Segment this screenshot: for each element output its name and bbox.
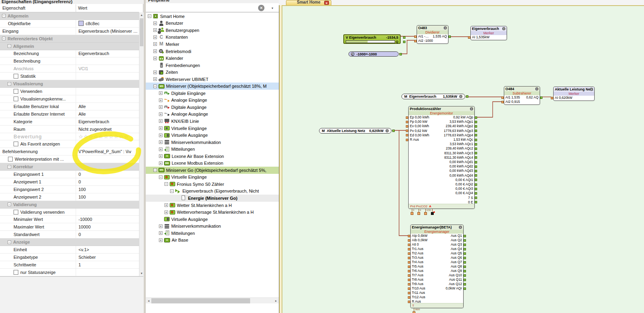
param-connector[interactable] xyxy=(413,311,415,313)
scroll-left-icon[interactable]: ◂ xyxy=(146,298,151,304)
tree-item[interactable]: Fernbedienungen xyxy=(146,62,279,69)
info-icon[interactable]: i xyxy=(386,129,389,132)
tree-item[interactable]: −Fronius Symo S0 Zähler xyxy=(146,181,279,188)
tree-item[interactable]: +Zeiten xyxy=(146,69,279,76)
wire[interactable] xyxy=(475,102,502,117)
input-connector[interactable] xyxy=(408,287,410,290)
property-row[interactable]: −Referenziertes Objekt xyxy=(0,35,139,43)
property-value[interactable]: 1 xyxy=(76,261,139,268)
expand-icon[interactable]: + xyxy=(159,91,162,95)
collapse-icon[interactable]: − xyxy=(8,44,11,48)
property-value[interactable]: c8c8ec xyxy=(76,20,139,27)
property-value[interactable] xyxy=(76,88,139,95)
output-connector[interactable] xyxy=(464,266,466,268)
property-row[interactable]: Einheit<v.1> xyxy=(0,246,139,254)
expand-icon[interactable]: + xyxy=(153,71,157,74)
collapse-icon[interactable]: − xyxy=(164,182,168,186)
output-connector[interactable] xyxy=(475,116,477,119)
tree-item[interactable]: +AAir Base xyxy=(146,237,279,244)
output-connector[interactable] xyxy=(403,36,405,39)
input-connector[interactable] xyxy=(414,40,417,42)
output-connector[interactable] xyxy=(464,239,466,242)
scroll-down-icon[interactable]: ▼ xyxy=(139,271,144,276)
output-connector[interactable] xyxy=(475,201,477,203)
info-icon[interactable]: i xyxy=(590,88,593,91)
property-value[interactable] xyxy=(76,209,139,216)
property-row[interactable]: EingangEigenverbrauch (Miniserver … xyxy=(0,28,139,35)
info-icon[interactable]: i xyxy=(502,27,505,30)
expand-icon[interactable]: + xyxy=(159,134,162,137)
output-connector[interactable] xyxy=(475,148,477,150)
tree-item[interactable]: −MSMiniserver Go (Objektspeicherbedarf g… xyxy=(146,167,279,174)
input-connector[interactable] xyxy=(406,130,408,132)
tree-item[interactable]: +Mitteilungen xyxy=(146,146,279,153)
tree-item[interactable]: +Digitale Ausgänge xyxy=(146,104,279,111)
output-connector[interactable] xyxy=(475,174,477,177)
scroll-up-icon[interactable]: ▲ xyxy=(139,12,144,18)
output-connector[interactable] xyxy=(475,165,477,168)
property-row[interactable]: Bewertung☆☆☆☆☆☆☆☆☆☆ xyxy=(0,133,139,141)
tree-item[interactable]: +Betriebsmodi xyxy=(146,48,279,55)
output-connector[interactable] xyxy=(475,130,477,132)
input-connector[interactable] xyxy=(408,279,410,281)
property-row[interactable]: Verwenden xyxy=(0,88,139,95)
property-row[interactable]: EingabetypeSchieber xyxy=(0,254,139,261)
property-row[interactable]: Statistik xyxy=(0,73,139,80)
output-connector[interactable] xyxy=(475,161,477,163)
collapse-icon[interactable]: − xyxy=(153,168,157,172)
property-value[interactable] xyxy=(76,140,139,148)
input-connector[interactable] xyxy=(408,292,410,294)
property-value[interactable]: Alle xyxy=(76,110,139,118)
property-value[interactable]: Eigenverbrauch xyxy=(76,50,139,57)
clear-search-icon[interactable]: ✕ xyxy=(258,5,264,11)
param-connector[interactable] xyxy=(424,212,427,215)
collapse-icon[interactable]: − xyxy=(153,85,157,88)
output-connector[interactable] xyxy=(464,235,466,237)
output-connector[interactable] xyxy=(475,121,477,123)
input-connector[interactable] xyxy=(408,266,410,268)
function-block[interactable]: O483iDividiererAI1 -…1,535 AQAI2 -1000 xyxy=(417,25,448,44)
property-value[interactable] xyxy=(76,73,139,80)
output-connector[interactable] xyxy=(464,279,466,281)
output-connector[interactable] xyxy=(475,170,477,172)
property-row[interactable]: nur Statusanzeige xyxy=(0,269,139,276)
output-connector[interactable] xyxy=(464,244,466,246)
checkbox[interactable] xyxy=(14,96,18,101)
property-row[interactable]: RaumNicht zugeordnet xyxy=(0,126,139,133)
wire[interactable] xyxy=(399,130,408,236)
property-value[interactable]: 0 xyxy=(76,171,139,178)
tree-item[interactable]: +Benutzer xyxy=(146,20,279,27)
output-connector[interactable] xyxy=(403,41,405,43)
property-row[interactable]: Eingangswert 2100 xyxy=(0,186,139,193)
expand-icon[interactable]: + xyxy=(159,148,162,151)
collapse-icon[interactable]: − xyxy=(8,165,11,169)
checkbox[interactable] xyxy=(14,270,18,275)
expand-icon[interactable]: + xyxy=(153,22,157,25)
collapse-icon[interactable]: − xyxy=(2,37,6,40)
expand-icon[interactable]: + xyxy=(159,126,162,130)
input-connector[interactable] xyxy=(408,244,410,246)
merker-reference-pill[interactable]: MEigenverbrauch1,535kWi xyxy=(401,94,465,99)
vertical-scrollbar[interactable]: ▲ ▼ xyxy=(139,12,143,276)
tree-item[interactable]: +CKonstanten xyxy=(146,34,279,41)
expand-icon[interactable]: + xyxy=(159,231,162,235)
output-connector[interactable] xyxy=(464,270,466,272)
info-icon[interactable]: i xyxy=(470,107,473,110)
property-row[interactable]: Erlaubte Benutzer InternetAlle xyxy=(0,110,139,118)
property-row[interactable]: KategorieEigenverbrauch xyxy=(0,118,139,126)
property-row[interactable]: Werteinterpretation mit ... xyxy=(0,156,139,163)
input-connector[interactable] xyxy=(408,274,410,277)
input-connector[interactable] xyxy=(501,101,504,103)
property-value[interactable]: 0 xyxy=(76,178,139,185)
output-connector[interactable] xyxy=(475,179,477,181)
tree-item[interactable]: +MBLoxone Modbus Extension xyxy=(146,159,279,167)
checkbox[interactable] xyxy=(14,74,18,79)
property-row[interactable]: Objektfarbec8c8ec xyxy=(0,20,139,28)
input-connector[interactable] xyxy=(406,139,408,141)
input-connector[interactable] xyxy=(551,97,553,99)
output-connector[interactable] xyxy=(475,156,477,159)
scroll-right-icon[interactable]: ▸ xyxy=(273,298,279,304)
tree-item[interactable]: +Wettervorhersage St.Marienkirchen a H xyxy=(146,209,279,216)
output-connector[interactable] xyxy=(464,248,466,250)
property-value[interactable]: -10000 xyxy=(76,216,139,223)
